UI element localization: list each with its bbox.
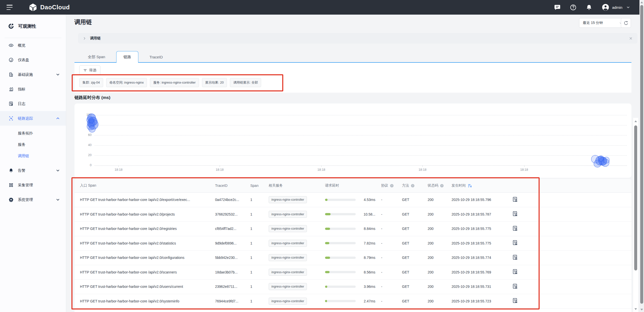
filter-chip[interactable]: 命名空间: ingress-nginx (106, 78, 147, 87)
panel-scrollbar-thumb[interactable] (634, 125, 637, 270)
filter-chip[interactable]: 服务: ingress-nginx-controller (150, 78, 199, 87)
cell-trace-id: cf854ff7ad2... (215, 227, 250, 231)
sidebar-item-metrics[interactable]: 指标 (0, 82, 66, 96)
cell-method: GET (402, 299, 428, 303)
column-header-label: 请求延时 (325, 183, 339, 188)
cell-latency: 8.79ms (325, 256, 381, 260)
cell-span-count: 1 (250, 198, 269, 202)
sidebar-item-collection[interactable]: 采集管理 (0, 178, 66, 192)
table-row[interactable]: HTTP GET trust-harbor-harbor-harbor-core… (74, 222, 631, 236)
table-row[interactable]: HTTP GET trust-harbor-harbor-harbor-core… (74, 265, 631, 280)
table-row[interactable]: HTTP GET trust-harbor-harbor-harbor-core… (74, 236, 631, 251)
logdoc-icon[interactable] (512, 225, 518, 231)
sidebar-item-label: 采集管理 (18, 183, 33, 188)
scroll-up-icon[interactable] (634, 120, 637, 122)
latency-bar-track (325, 286, 356, 288)
logdoc-icon[interactable] (512, 211, 518, 217)
table-row[interactable]: HTTP GET trust-harbor-harbor-harbor-core… (74, 207, 631, 222)
cell-actions (511, 225, 627, 232)
latency-bar-fill (325, 257, 330, 259)
cell-time: 2025-10-29 18:18:55.774 (452, 256, 511, 260)
qmark-icon[interactable]: ? (411, 184, 415, 188)
svg-text:?: ? (441, 184, 442, 187)
cell-actions (511, 196, 627, 203)
breadcrumb[interactable]: 调用链 (78, 33, 637, 44)
latency-bar-fill (325, 213, 331, 215)
gear-icon (9, 197, 14, 202)
y-axis-tick-label: 20 (76, 153, 92, 157)
sidebar-item-dashboard[interactable]: 仪表盘 (0, 53, 66, 67)
latency-bar-track (325, 213, 356, 215)
logdoc-icon[interactable] (512, 254, 518, 260)
filter-button[interactable]: 筛选 (79, 65, 100, 75)
trace-table-card: 入口 SpanTraceIDSpan相关服务请求延时协议?方法?状态码?发生时间… (74, 179, 631, 312)
logdoc-icon[interactable] (512, 283, 518, 289)
sidebar-item-label: 概览 (18, 43, 25, 48)
page-scrollbar[interactable] (639, 0, 644, 312)
cell-service: ingress-nginx-controller (269, 211, 325, 218)
sortdesc-icon[interactable] (467, 183, 472, 188)
help-icon[interactable] (570, 4, 577, 11)
sidebar-item-alerts[interactable]: 告警 (0, 163, 66, 178)
time-range-select[interactable]: 最近 15 分钟 (579, 18, 625, 28)
trace-bubble[interactable] (89, 125, 96, 132)
page-scrollbar-thumb[interactable] (640, 5, 643, 304)
refresh-button[interactable] (621, 18, 631, 28)
cell-entry-span: HTTP GET trust-harbor-harbor-harbor-core… (80, 212, 215, 216)
latency-value: 2.47ms (357, 299, 375, 303)
sidebar-subitem-topology[interactable]: 服务拓扑 (0, 128, 66, 139)
chevron-down-icon[interactable] (626, 5, 630, 10)
logdoc-icon[interactable] (512, 196, 518, 202)
tabbar-underline (74, 62, 631, 63)
panel-scrollbar[interactable] (633, 118, 638, 312)
cell-time: 2025-10-29 18:18:55.775 (452, 241, 511, 245)
scroll-down-icon[interactable] (640, 309, 643, 310)
sidebar-item-logs[interactable]: 日志 (0, 96, 66, 111)
sidebar-subitem-services[interactable]: 服务 (0, 139, 66, 150)
sidebar-item-label: 仪表盘 (18, 58, 29, 62)
sidebar-item-infrastructure[interactable]: 基础设施 (0, 67, 66, 82)
latency-bar-track (325, 199, 356, 201)
sidebar-subitem-traces[interactable]: 调用链 (0, 150, 66, 162)
chevdown-icon (55, 197, 60, 202)
sidebar-item-label: 基础设施 (18, 72, 33, 77)
menu-toggle-icon[interactable] (7, 5, 13, 10)
logdoc-icon[interactable] (512, 240, 518, 246)
bell-icon[interactable] (586, 4, 592, 11)
cell-protocol: - (381, 212, 402, 216)
filter-chip[interactable]: 展示结果: 20 (202, 78, 227, 87)
latency-value: 8.84ms (357, 227, 375, 231)
message-icon[interactable] (554, 4, 561, 11)
service-tag: ingress-nginx-controller (269, 225, 307, 232)
tab-chain[interactable]: 链路 (116, 51, 138, 63)
logdoc-icon[interactable] (512, 269, 518, 275)
close-icon[interactable] (629, 36, 633, 41)
sidebar-item-overview[interactable]: 概览 (0, 38, 66, 53)
cell-entry-span: HTTP GET trust-harbor-harbor-harbor-core… (80, 227, 215, 231)
cell-entry-span: HTTP GET trust-harbor-harbor-harbor-core… (80, 299, 215, 303)
tab-traceid[interactable]: TraceID (142, 51, 170, 63)
avatar-icon[interactable] (601, 3, 610, 11)
qmark-icon[interactable]: ? (440, 184, 444, 188)
logdoc-icon[interactable] (512, 298, 518, 304)
sidebar-item-system[interactable]: 系统管理 (0, 192, 66, 207)
table-row[interactable]: HTTP GET trust-harbor-harbor-harbor-core… (74, 294, 631, 309)
cell-latency: 3.96ms (325, 285, 381, 289)
sidebar-item-tracing[interactable]: 链路追踪 (0, 111, 66, 126)
table-row[interactable]: HTTP GET trust-harbor-harbor-harbor-core… (74, 193, 631, 207)
eye-icon (9, 43, 14, 48)
filter-chip[interactable]: 调用链展示: 全部 (230, 78, 261, 87)
scroll-up-icon[interactable] (640, 2, 643, 3)
filter-chip[interactable]: 集群: zjq-04 (79, 78, 103, 87)
sidebar: 可观测性 概览仪表盘基础设施指标日志链路追踪服务拓扑服务调用链告警采集管理系统管… (0, 15, 66, 312)
table-header-row: 入口 SpanTraceIDSpan相关服务请求延时协议?方法?状态码?发生时间 (74, 179, 631, 193)
table-row[interactable]: HTTP GET trust-harbor-harbor-harbor-core… (74, 280, 631, 294)
scroll-down-icon[interactable] (634, 308, 637, 310)
qmark-icon[interactable]: ? (390, 184, 394, 188)
chart-gridline (95, 155, 627, 156)
table-row[interactable]: HTTP GET trust-harbor-harbor-harbor-core… (74, 251, 631, 265)
app-stage: DaoCloud admin 可观测性 (0, 0, 644, 312)
cell-time: 2025-10-29 18:18:55.787 (452, 212, 511, 216)
tab-all-span[interactable]: 全部 Span (81, 51, 112, 63)
latency-bar-fill (325, 286, 327, 288)
